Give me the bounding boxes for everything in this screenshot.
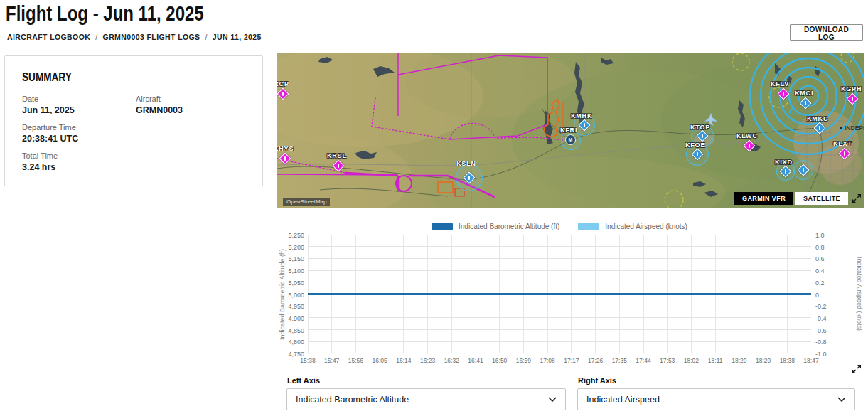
breadcrumb: AIRCRAFT LOGBOOK/GRMN0003 FLIGHT LOGS/JU… bbox=[7, 33, 262, 41]
chart-expand-icon[interactable] bbox=[852, 364, 862, 374]
summary-field-value: 20:38:41 UTC bbox=[22, 134, 136, 144]
map-airport-marker-kflv[interactable] bbox=[778, 88, 790, 100]
runway-glyph bbox=[785, 169, 786, 174]
chart-x-tick: 17:53 bbox=[655, 357, 680, 364]
chart-right-tick: -0.6 bbox=[815, 327, 845, 334]
left-axis-select[interactable]: Indicated Barometric Altitude bbox=[286, 388, 566, 410]
summary-field-departure-time: Departure Time20:38:41 UTC bbox=[22, 123, 136, 144]
summary-card: SUMMARY DateJun 11, 2025AircraftGRMN0003… bbox=[4, 55, 263, 186]
breadcrumb-item-grmn0003-flight-logs[interactable]: GRMN0003 FLIGHT LOGS bbox=[103, 33, 200, 41]
summary-field-value: 3.24 hrs bbox=[22, 162, 136, 172]
download-log-button[interactable]: DOWNLOAD LOG bbox=[790, 24, 863, 41]
chart-left-tick: 5,200 bbox=[277, 244, 304, 251]
map-airport-label-kgph: KGPH bbox=[841, 85, 862, 92]
runway-glyph bbox=[783, 92, 784, 96]
chart-legend-label: Indicated Barometric Altitude (ft) bbox=[459, 223, 559, 230]
chart-legend-item-indicated-barometric-altitude-ft[interactable]: Indicated Barometric Altitude (ft) bbox=[432, 223, 559, 230]
breadcrumb-item-jun-11-2025: JUN 11, 2025 bbox=[213, 33, 262, 41]
chart-right-tick: -0.8 bbox=[815, 338, 845, 346]
map-airport-marker-klwc[interactable] bbox=[744, 140, 756, 152]
map-airport-marker-krcp[interactable] bbox=[277, 88, 289, 100]
map-airport-label-kmci: KMCI bbox=[795, 90, 813, 97]
chart-left-tick: 5,000 bbox=[277, 292, 304, 299]
chart-x-tick: 16:05 bbox=[368, 357, 392, 364]
map-airport-label-kflv: KFLV bbox=[771, 80, 789, 87]
chart-x-tick: 15:56 bbox=[343, 357, 368, 364]
map-airport-marker-kmkc[interactable] bbox=[814, 122, 826, 134]
chart-series-indicated-barometric-altitude-ft bbox=[308, 293, 811, 295]
chart-x-tick: 16:41 bbox=[464, 357, 488, 364]
map-attribution: OpenStreetMap bbox=[283, 198, 330, 206]
chart-left-tick: 4,950 bbox=[277, 303, 304, 310]
chart-left-ticks: 5,2505,2005,1505,1005,0505,0004,9504,900… bbox=[277, 235, 304, 353]
page-title: Flight Log - Jun 11, 2025 bbox=[6, 1, 204, 26]
chart-x-tick: 17:08 bbox=[535, 357, 559, 364]
chart-left-tick: 5,250 bbox=[277, 232, 304, 239]
chart-left-tick: 4,850 bbox=[277, 327, 304, 334]
runway-glyph bbox=[844, 151, 845, 156]
runway-glyph bbox=[803, 168, 804, 172]
chart-x-tick: 17:26 bbox=[584, 357, 608, 364]
chart-x-tick: 18:20 bbox=[727, 357, 751, 364]
map-airport-label-ksln: KSLN bbox=[456, 160, 476, 167]
breadcrumb-separator: / bbox=[205, 33, 208, 41]
runway-glyph bbox=[468, 176, 470, 180]
airport-layer: KRCPKHYSKRSLKSLNKMHKMKFRIKTOPKFOEKLWCKFL… bbox=[277, 53, 864, 208]
left-axis-label: Left Axis bbox=[287, 376, 320, 385]
chart-left-tick: 5,050 bbox=[277, 279, 304, 287]
summary-fields: DateJun 11, 2025AircraftGRMN0003Departur… bbox=[22, 95, 245, 172]
flight-map[interactable]: KRCPKHYSKRSLKSLNKMHKMKFRIKTOPKFOEKLWCKFL… bbox=[277, 53, 864, 208]
chart-x-tick: 18:02 bbox=[679, 357, 703, 364]
chevron-down-icon bbox=[548, 397, 557, 402]
map-airport-label-ktop: KTOP bbox=[690, 124, 710, 131]
chart-plot[interactable] bbox=[308, 235, 811, 353]
runway-glyph bbox=[749, 144, 750, 148]
runway-glyph bbox=[282, 92, 284, 96]
chart-right-tick: 0 bbox=[815, 292, 845, 299]
map-layer-button-satellite[interactable]: SATELLITE bbox=[795, 192, 848, 205]
map-airport-label-khys: KHYS bbox=[277, 145, 294, 152]
chart-legend-item-indicated-airspeed-knots[interactable]: Indicated Airspeed (knots) bbox=[578, 223, 687, 230]
right-axis-select-value: Indicated Airspeed bbox=[586, 395, 660, 405]
chart-legend: Indicated Barometric Altitude (ft)Indica… bbox=[308, 223, 811, 230]
map-airport-label-klxt: KLXT bbox=[833, 140, 852, 147]
chart-legend-swatch bbox=[432, 223, 453, 230]
chart-right-tick: -0.2 bbox=[815, 303, 845, 310]
map-city-label: INDEPE bbox=[840, 124, 864, 132]
map-airport-label-klwc: KLWC bbox=[736, 132, 758, 139]
runway-glyph bbox=[338, 164, 339, 168]
chart-left-tick: 5,100 bbox=[277, 267, 304, 274]
chart-right-tick: 0.2 bbox=[815, 279, 845, 287]
map-expand-icon[interactable] bbox=[852, 193, 862, 203]
map-airport-marker-kfri[interactable]: M bbox=[565, 134, 576, 145]
map-layer-button-garmin-vfr[interactable]: GARMIN VFR bbox=[734, 192, 793, 205]
chart-x-tick: 18:38 bbox=[775, 357, 799, 364]
summary-field-date: DateJun 11, 2025 bbox=[22, 95, 136, 115]
right-axis-select[interactable]: Indicated Airspeed bbox=[577, 388, 855, 410]
runway-glyph bbox=[702, 134, 703, 138]
chart-right-tick: 1.0 bbox=[815, 232, 845, 239]
breadcrumb-item-aircraft-logbook[interactable]: AIRCRAFT LOGBOOK bbox=[7, 33, 90, 41]
chart-right-axis-title: Indicated Airspeed (knots) bbox=[856, 235, 863, 353]
map-airport-marker-klxt[interactable] bbox=[839, 148, 851, 160]
map-airport-marker-kmci[interactable] bbox=[800, 97, 812, 110]
map-airport-label-krcp: KRCP bbox=[277, 80, 289, 87]
chart-right-tick: 0.4 bbox=[815, 267, 845, 274]
chart-x-tick: 17:17 bbox=[559, 357, 584, 364]
map-airport-marker-khys[interactable] bbox=[279, 153, 291, 165]
chart-right-tick: 0.8 bbox=[815, 244, 845, 251]
flight-chart: Indicated Barometric Altitude (ft)Indica… bbox=[277, 217, 868, 368]
runway-glyph bbox=[697, 152, 698, 156]
map-airport-marker-krsl[interactable] bbox=[333, 160, 345, 172]
map-layer-toolbar: GARMIN VFRSATELLITE bbox=[734, 192, 848, 205]
summary-field-label: Total Time bbox=[22, 151, 136, 160]
map-airport-marker-kgph[interactable] bbox=[847, 93, 859, 105]
summary-title: SUMMARY bbox=[22, 70, 72, 85]
chart-x-tick: 16:32 bbox=[439, 357, 464, 364]
map-airport-label-kmhk: KMHK bbox=[571, 112, 592, 119]
chart-x-tick: 16:59 bbox=[511, 357, 535, 364]
map-airport-label-kfoe: KFOE bbox=[685, 142, 705, 149]
summary-field-label: Departure Time bbox=[22, 123, 136, 132]
chart-right-tick: -0.4 bbox=[815, 315, 845, 322]
chart-x-tick: 15:38 bbox=[296, 357, 320, 364]
